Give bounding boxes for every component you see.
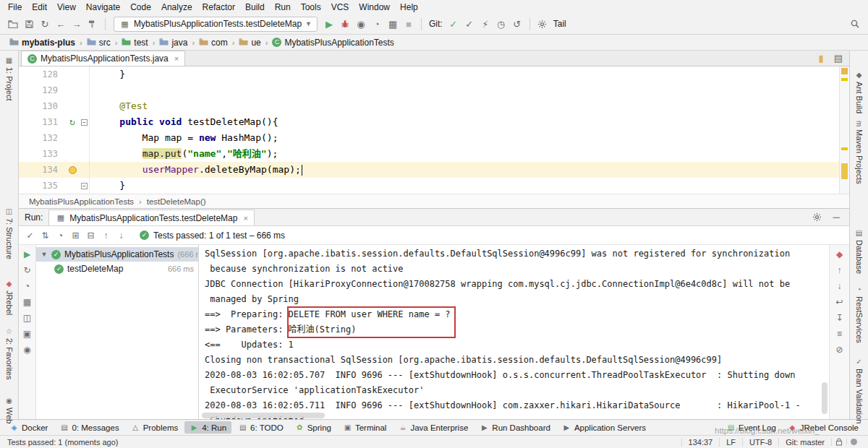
vcs-update-icon[interactable]: ✓ bbox=[446, 17, 461, 31]
search-everywhere-icon[interactable] bbox=[848, 17, 862, 31]
test-history-icon[interactable]: ◔ bbox=[21, 280, 34, 291]
lock-icon[interactable] bbox=[831, 438, 846, 446]
print-icon[interactable]: ≡ bbox=[833, 328, 846, 339]
editor-breadcrumb-item[interactable]: testDeleteMap() bbox=[147, 197, 206, 206]
chevron-down-icon[interactable]: ▼ bbox=[41, 251, 48, 258]
sync-icon[interactable]: ↻ bbox=[38, 17, 52, 31]
toolwindow-button-maven-projects[interactable]: mMaven Projects bbox=[855, 121, 864, 184]
console-horizontal-scrollbar[interactable] bbox=[202, 413, 325, 418]
sort-by-duration-icon[interactable]: ◔ bbox=[54, 229, 67, 242]
menu-item-build[interactable]: Build bbox=[240, 1, 270, 13]
collapse-all-icon[interactable]: ⊟ bbox=[84, 229, 98, 242]
settings-icon[interactable] bbox=[809, 210, 824, 225]
toolwindow-tab-run-dashboard[interactable]: ▶Run Dashboard bbox=[475, 421, 556, 434]
up-stack-trace-icon[interactable]: ↑ bbox=[833, 264, 846, 275]
toolwindow-button-jrebel[interactable]: ◆JRebel bbox=[5, 280, 14, 315]
editor[interactable]: 128 }129130 @Test131↻− public void testD… bbox=[19, 66, 849, 194]
menu-item-refactor[interactable]: Refactor bbox=[197, 1, 240, 13]
menu-item-run[interactable]: Run bbox=[270, 1, 296, 13]
toolwindow-tab-docker[interactable]: ◈Docker bbox=[4, 421, 53, 434]
back-icon[interactable]: ← bbox=[54, 17, 68, 31]
toolwindow-button-ant-build[interactable]: ◆Ant Build bbox=[855, 71, 864, 113]
inspection-widget-icon[interactable]: ▮ bbox=[814, 51, 828, 66]
menu-item-edit[interactable]: Edit bbox=[27, 1, 52, 13]
code-line-135[interactable]: 135− } bbox=[19, 178, 839, 194]
console-output[interactable]: SqlSession [org.apache.ibatis.session.de… bbox=[199, 245, 829, 419]
status-segment-134-37[interactable]: 134:37 bbox=[681, 438, 720, 447]
coverage-report-icon[interactable]: ◫ bbox=[21, 312, 34, 323]
code-line-131[interactable]: 131↻− public void testDeleteMap(){ bbox=[19, 114, 839, 130]
coverage-icon[interactable]: ◉ bbox=[354, 17, 368, 31]
menu-item-code[interactable]: Code bbox=[125, 1, 156, 13]
console-vertical-scrollbar[interactable] bbox=[822, 382, 827, 414]
code-line-129[interactable]: 129 bbox=[19, 82, 839, 98]
toolwindow-tab-4-run[interactable]: ▶4: Run bbox=[184, 421, 231, 434]
sort-alphabetically-icon[interactable]: ⇅ bbox=[38, 229, 52, 242]
vcs-push-icon[interactable]: ⚡ bbox=[478, 17, 493, 31]
toolwindow-button-web[interactable]: ◉Web bbox=[5, 397, 14, 423]
breadcrumb-item-test[interactable]: test bbox=[119, 37, 150, 48]
fold-column[interactable]: − bbox=[80, 114, 90, 130]
menu-item-navigate[interactable]: Navigate bbox=[81, 1, 125, 13]
breadcrumb-item-src[interactable]: src bbox=[85, 37, 113, 48]
toolwindow-button-bean-validation[interactable]: ✓Bean Validation bbox=[855, 358, 864, 423]
menu-item-tools[interactable]: Tools bbox=[296, 1, 326, 13]
editor-tab[interactable]: C MybatisPlusApplicationTests.java × bbox=[21, 51, 185, 66]
toolwindow-tab-event-log[interactable]: ▤Event Log bbox=[721, 421, 781, 434]
breadcrumb-item-ue[interactable]: ue bbox=[237, 37, 263, 48]
toolwindow-tab-java-enterprise[interactable]: ☕Java Enterprise bbox=[393, 421, 473, 434]
stop-icon[interactable]: ■ bbox=[401, 17, 416, 31]
toolwindow-tab-terminal[interactable]: ▣Terminal bbox=[338, 421, 391, 434]
fold-column[interactable]: − bbox=[80, 178, 90, 194]
debug-icon[interactable] bbox=[338, 17, 352, 31]
status-segment-lf[interactable]: LF bbox=[719, 438, 742, 447]
previous-failed-test-icon[interactable]: ↑ bbox=[99, 229, 113, 242]
hide-tabs-icon[interactable]: ▤ bbox=[831, 51, 846, 66]
vcs-rollback-icon[interactable]: ↺ bbox=[510, 17, 524, 31]
pin-icon[interactable]: ◉ bbox=[21, 344, 34, 355]
breadcrumb-item-mybatis-plus[interactable]: mybatis-plus bbox=[7, 37, 77, 48]
jrebel-executor-icon[interactable]: ◆ bbox=[833, 249, 846, 259]
menu-item-window[interactable]: Window bbox=[354, 1, 395, 13]
menu-item-vcs[interactable]: VCS bbox=[326, 1, 354, 13]
vcs-commit-icon[interactable]: ✓ bbox=[462, 17, 477, 31]
toolwindow-tab-application-servers[interactable]: ▶Application Servers bbox=[557, 421, 651, 434]
toolwindow-button-restservices[interactable]: ◔RestServices bbox=[855, 285, 864, 343]
scroll-to-end-icon[interactable]: ↧ bbox=[833, 312, 846, 323]
save-all-icon[interactable] bbox=[22, 17, 36, 31]
settings-icon[interactable] bbox=[535, 17, 550, 31]
next-failed-test-icon[interactable]: ↓ bbox=[114, 229, 128, 242]
toolwindow-tab-6-todo[interactable]: ▤6: TODO bbox=[233, 421, 289, 434]
toolwindow-button-2-favorites[interactable]: ☆2: Favorites bbox=[5, 327, 14, 379]
run-test-gutter-icon[interactable]: ↻ bbox=[65, 114, 80, 130]
soft-wrap-icon[interactable]: ↩ bbox=[833, 296, 846, 307]
toolwindow-tab-0-messages[interactable]: ▤0: Messages bbox=[54, 421, 124, 434]
code-line-133[interactable]: 133 map.put("name","哈利油"); bbox=[19, 146, 839, 162]
open-project-icon[interactable] bbox=[6, 17, 20, 31]
profiler-icon[interactable]: ◔ bbox=[370, 17, 384, 31]
toolwindow-button-database[interactable]: ▤Database bbox=[855, 229, 864, 274]
toolwindow-tab-spring[interactable]: ✿Spring bbox=[290, 421, 336, 434]
code-line-134[interactable]: 134 userMapper.deleteByMap(map); bbox=[19, 162, 839, 178]
rerun-failed-icon[interactable]: ↻ bbox=[21, 264, 34, 275]
hide-passed-icon[interactable]: ✓ bbox=[23, 229, 37, 242]
breadcrumb-item-com[interactable]: com bbox=[197, 37, 230, 48]
vcs-history-icon[interactable]: ◷ bbox=[494, 17, 509, 31]
close-tab-icon[interactable]: × bbox=[174, 54, 179, 63]
editor-breadcrumb-item[interactable]: MybatisPlusApplicationTests bbox=[29, 197, 134, 206]
toolwindow-tab-jrebel-console[interactable]: ◆JRebel Console bbox=[783, 421, 864, 434]
toolwindow-button-1-project[interactable]: ▦1: Project bbox=[5, 56, 14, 100]
down-stack-trace-icon[interactable]: ↓ bbox=[833, 280, 846, 291]
breadcrumb-item-java[interactable]: java bbox=[157, 37, 190, 48]
code-line-128[interactable]: 128 } bbox=[19, 66, 839, 82]
run-anything-icon[interactable]: ▦ bbox=[386, 17, 400, 31]
toolwindow-button-7-structure[interactable]: ◫7: Structure bbox=[5, 207, 14, 259]
clear-all-icon[interactable]: ⊘ bbox=[833, 344, 846, 355]
run-config-selector[interactable]: ▦MybatisPlusApplicationTests.testDeleteM… bbox=[114, 17, 318, 32]
hector-inspections-icon[interactable] bbox=[846, 439, 861, 445]
test-tree-row-testdeletemap[interactable]: ✓testDeleteMap666 ms bbox=[36, 262, 198, 276]
intention-bulb-icon[interactable] bbox=[65, 162, 80, 178]
menu-item-help[interactable]: Help bbox=[395, 1, 423, 13]
options-icon[interactable]: ▣ bbox=[21, 328, 34, 339]
run-icon[interactable]: ▶ bbox=[322, 17, 336, 31]
